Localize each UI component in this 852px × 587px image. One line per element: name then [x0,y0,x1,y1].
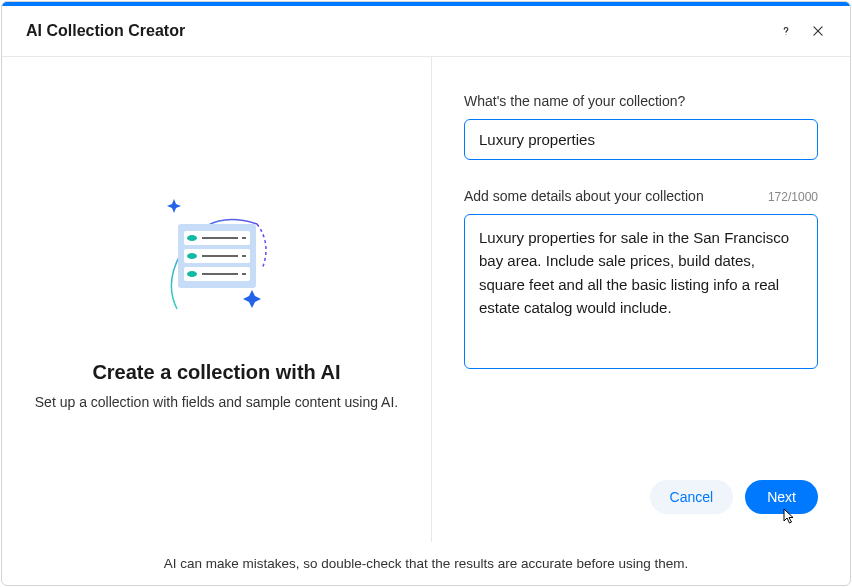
collection-illustration [142,189,292,333]
left-panel: Create a collection with AI Set up a col… [2,57,432,542]
modal-body: Create a collection with AI Set up a col… [2,57,850,542]
cursor-icon [782,508,796,527]
cancel-button[interactable]: Cancel [650,480,734,514]
modal-header: AI Collection Creator [2,6,850,57]
left-panel-title: Create a collection with AI [92,361,340,384]
svg-point-9 [187,253,197,259]
collection-details-textarea[interactable] [464,214,818,369]
name-field-group: What's the name of your collection? [464,93,818,160]
svg-point-0 [786,34,787,35]
next-button[interactable]: Next [745,480,818,514]
action-row: Cancel Next [464,480,818,518]
help-icon[interactable] [778,23,794,39]
svg-point-13 [187,271,197,277]
svg-point-5 [187,235,197,241]
modal-title: AI Collection Creator [26,22,185,40]
details-label: Add some details about your collection [464,188,704,204]
left-panel-subtitle: Set up a collection with fields and samp… [35,394,398,410]
footer-disclaimer: AI can make mistakes, so double-check th… [2,542,850,585]
collection-name-input[interactable] [464,119,818,160]
close-icon[interactable] [810,23,826,39]
next-button-label: Next [767,489,796,505]
right-panel: What's the name of your collection? Add … [432,57,850,542]
modal: AI Collection Creator [1,1,851,586]
details-field-group: Add some details about your collection 1… [464,188,818,373]
name-label: What's the name of your collection? [464,93,685,109]
header-icons [778,23,826,39]
char-count: 172/1000 [768,190,818,204]
